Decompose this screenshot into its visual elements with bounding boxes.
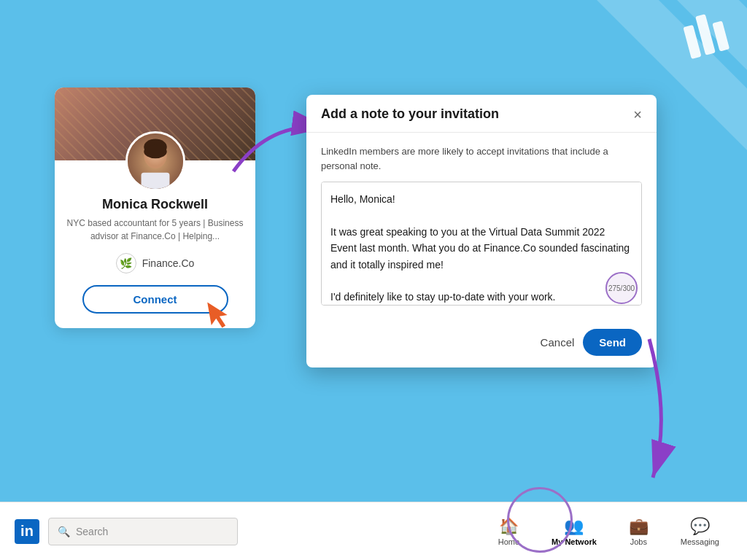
close-button[interactable]: × (633, 107, 642, 122)
modal-header: Add a note to your invitation × (306, 95, 657, 133)
avatar-svg (128, 131, 183, 191)
modal-title: Add a note to your invitation (321, 106, 499, 122)
avatar (125, 131, 185, 191)
invitation-modal: Add a note to your invitation × LinkedIn… (306, 95, 657, 368)
svg-point-4 (144, 145, 167, 159)
cursor-arrow-icon (201, 298, 236, 328)
modal-body: LinkedIn members are more likely to acce… (306, 133, 657, 320)
company-icon: 🌿 (116, 253, 136, 273)
brand-logo-mark (681, 10, 729, 59)
nav-my-network-label: My Network (551, 537, 597, 546)
messaging-icon: 💬 (690, 517, 710, 536)
profile-name: Monica Rockwell (66, 197, 244, 212)
arrow-modal-to-network (613, 332, 693, 499)
search-icon: 🔍 (58, 526, 70, 537)
company-name: Finance.Co (142, 257, 195, 269)
nav-messaging[interactable]: 💬 Messaging (667, 514, 732, 549)
jobs-icon: 💼 (629, 517, 649, 536)
cancel-button[interactable]: Cancel (541, 336, 575, 349)
svg-marker-6 (207, 299, 229, 328)
nav-my-network[interactable]: 👥 My Network (538, 514, 610, 549)
char-count: 275/300 (605, 272, 638, 304)
nav-jobs[interactable]: 💼 Jobs (616, 514, 662, 549)
message-textarea[interactable]: Hello, Monica! It was great speaking to … (321, 182, 642, 306)
nav-home[interactable]: 🏠 Home (485, 514, 533, 549)
my-network-icon: 👥 (564, 517, 584, 536)
message-area-wrap: Hello, Monica! It was great speaking to … (321, 182, 642, 308)
profile-company: 🌿 Finance.Co (66, 253, 244, 273)
svg-rect-5 (141, 173, 169, 189)
modal-footer: Cancel Send (306, 320, 657, 368)
profile-tagline: NYC based accountant for 5 years | Busin… (66, 217, 244, 243)
navbar: in 🔍 Search 🏠 Home 👥 My Network 💼 Jobs 💬… (0, 502, 747, 560)
profile-avatar-wrap (55, 131, 255, 191)
profile-info: Monica Rockwell NYC based accountant for… (55, 191, 255, 314)
nav-home-label: Home (498, 537, 519, 546)
search-bar[interactable]: 🔍 Search (48, 518, 238, 545)
nav-jobs-label: Jobs (630, 537, 647, 546)
home-icon: 🏠 (499, 517, 519, 536)
navbar-nav: 🏠 Home 👥 My Network 💼 Jobs 💬 Messaging (238, 514, 732, 549)
modal-hint: LinkedIn members are more likely to acce… (321, 144, 642, 173)
linkedin-logo: in (15, 519, 39, 544)
nav-messaging-label: Messaging (681, 537, 719, 546)
search-placeholder: Search (76, 526, 108, 537)
